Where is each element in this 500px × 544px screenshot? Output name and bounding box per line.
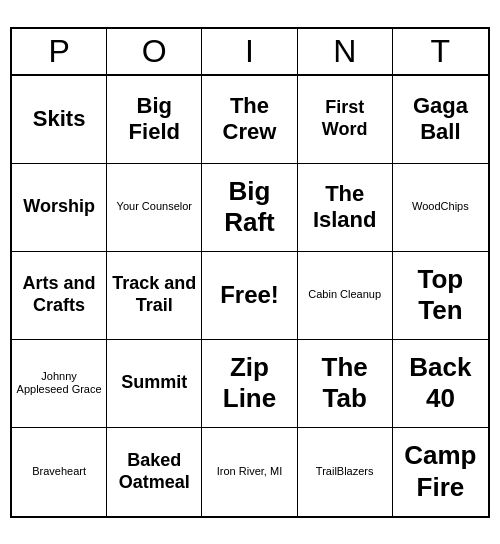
cell-text-10: Arts and Crafts xyxy=(16,273,102,316)
bingo-cell-0: Skits xyxy=(12,76,107,164)
bingo-cell-17: Zip Line xyxy=(202,340,297,428)
bingo-cell-19: Back 40 xyxy=(393,340,488,428)
cell-text-20: Braveheart xyxy=(32,465,86,478)
cell-text-9: WoodChips xyxy=(412,200,469,213)
bingo-cell-11: Track and Trail xyxy=(107,252,202,340)
cell-text-17: Zip Line xyxy=(206,352,292,414)
bingo-cell-3: First Word xyxy=(298,76,393,164)
bingo-cell-12: Free! xyxy=(202,252,297,340)
cell-text-1: Big Field xyxy=(111,93,197,146)
cell-text-11: Track and Trail xyxy=(111,273,197,316)
cell-text-13: Cabin Cleanup xyxy=(308,288,381,301)
bingo-cell-5: Worship xyxy=(12,164,107,252)
cell-text-14: Top Ten xyxy=(397,264,484,326)
bingo-cell-20: Braveheart xyxy=(12,428,107,516)
bingo-cell-10: Arts and Crafts xyxy=(12,252,107,340)
cell-text-7: Big Raft xyxy=(206,176,292,238)
bingo-cell-13: Cabin Cleanup xyxy=(298,252,393,340)
bingo-cell-7: Big Raft xyxy=(202,164,297,252)
bingo-cell-1: Big Field xyxy=(107,76,202,164)
cell-text-23: TrailBlazers xyxy=(316,465,374,478)
cell-text-8: The Island xyxy=(302,181,388,234)
cell-text-12: Free! xyxy=(220,281,279,310)
header-cell-t: T xyxy=(393,29,488,74)
bingo-cell-23: TrailBlazers xyxy=(298,428,393,516)
cell-text-0: Skits xyxy=(33,106,86,132)
header-cell-p: P xyxy=(12,29,107,74)
bingo-cell-22: Iron River, MI xyxy=(202,428,297,516)
bingo-cell-24: Camp Fire xyxy=(393,428,488,516)
bingo-cell-4: Gaga Ball xyxy=(393,76,488,164)
bingo-cell-16: Summit xyxy=(107,340,202,428)
cell-text-15: Johnny Appleseed Grace xyxy=(16,370,102,396)
bingo-cell-18: The Tab xyxy=(298,340,393,428)
bingo-cell-8: The Island xyxy=(298,164,393,252)
header-cell-o: O xyxy=(107,29,202,74)
bingo-grid: SkitsBig FieldThe CrewFirst WordGaga Bal… xyxy=(12,76,488,516)
bingo-header: POINT xyxy=(12,29,488,76)
header-cell-i: I xyxy=(202,29,297,74)
cell-text-4: Gaga Ball xyxy=(397,93,484,146)
cell-text-3: First Word xyxy=(302,97,388,140)
cell-text-16: Summit xyxy=(121,372,187,394)
bingo-card: POINT SkitsBig FieldThe CrewFirst WordGa… xyxy=(10,27,490,518)
cell-text-22: Iron River, MI xyxy=(217,465,282,478)
bingo-cell-14: Top Ten xyxy=(393,252,488,340)
bingo-cell-21: Baked Oatmeal xyxy=(107,428,202,516)
bingo-cell-6: Your Counselor xyxy=(107,164,202,252)
cell-text-19: Back 40 xyxy=(397,352,484,414)
cell-text-6: Your Counselor xyxy=(117,200,192,213)
bingo-cell-9: WoodChips xyxy=(393,164,488,252)
cell-text-21: Baked Oatmeal xyxy=(111,450,197,493)
cell-text-2: The Crew xyxy=(206,93,292,146)
cell-text-5: Worship xyxy=(23,196,95,218)
cell-text-18: The Tab xyxy=(302,352,388,414)
header-cell-n: N xyxy=(298,29,393,74)
bingo-cell-15: Johnny Appleseed Grace xyxy=(12,340,107,428)
bingo-cell-2: The Crew xyxy=(202,76,297,164)
cell-text-24: Camp Fire xyxy=(397,440,484,502)
